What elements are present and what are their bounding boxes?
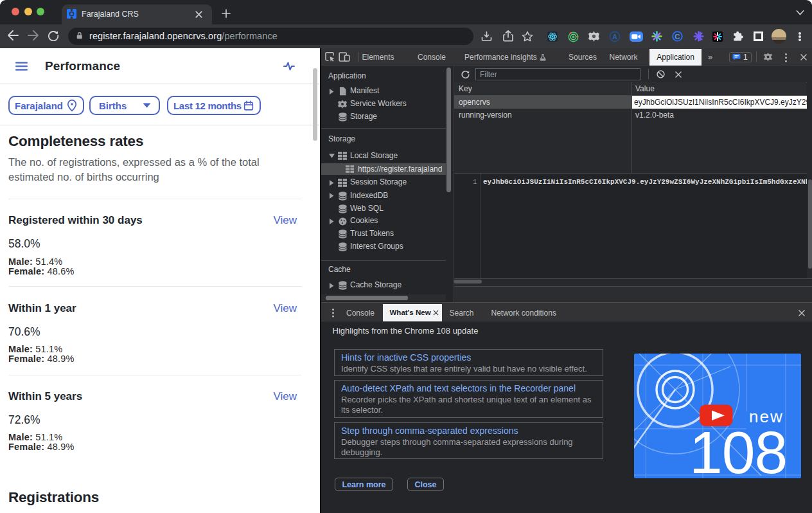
svg-text:C: C: [675, 33, 680, 40]
svg-text:108: 108: [689, 419, 787, 478]
svg-text:A: A: [612, 33, 617, 40]
